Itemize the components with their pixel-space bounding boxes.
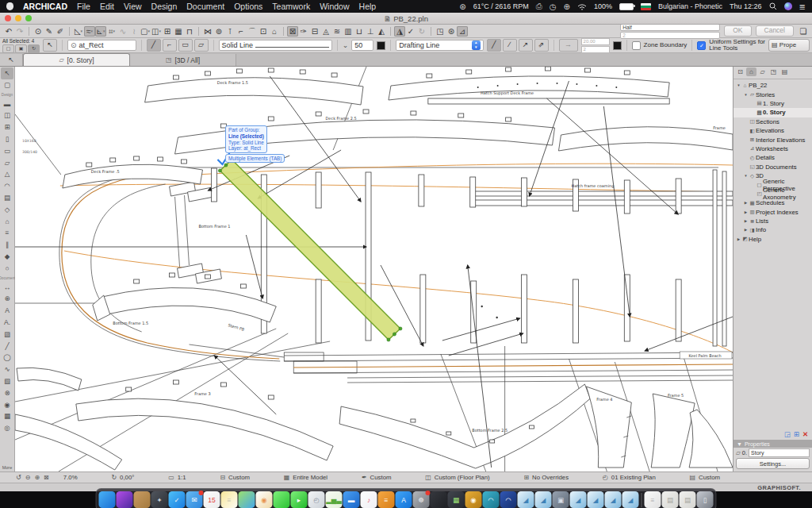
toolbar-icon-19[interactable]: ⋈ <box>202 26 213 37</box>
toolbar-icon-33[interactable]: ⊔ <box>354 26 365 37</box>
close-navigator-icon[interactable]: ✕ <box>802 430 808 438</box>
navigator-view-mode-0[interactable]: ⊡ <box>735 67 745 76</box>
cancel-button[interactable]: Cancel <box>756 25 794 37</box>
toolbar-icon-32[interactable]: ▥ <box>343 26 354 37</box>
toolbar-icon-10[interactable]: ⌗ <box>106 26 117 37</box>
toolbar-icon-17[interactable]: ⊓ <box>184 26 195 37</box>
toolbar-icon-11[interactable]: ∿ <box>117 26 128 37</box>
app-menu[interactable]: ARCHICAD <box>23 2 67 11</box>
menu-window[interactable]: Window <box>320 2 349 11</box>
drawing-canvas[interactable]: Deck Frame 1.5 Hatch Support Deck Frame … <box>15 67 733 471</box>
navigator-action-0[interactable]: ◲ <box>784 430 791 438</box>
toolbox-tool-25[interactable]: ◯ <box>1 352 13 364</box>
tab-3d-all[interactable]: ◳ [3D / All] <box>130 54 236 66</box>
menu-edit[interactable]: Edit <box>100 2 114 11</box>
toolbox-tool-1[interactable]: ▢ <box>1 79 13 91</box>
menu-view[interactable]: View <box>124 2 142 11</box>
toolbox-tool-23[interactable]: ▨ <box>1 329 13 341</box>
photos-icon[interactable]: ◉ <box>256 491 273 508</box>
dim-field-2[interactable]: 2 <box>581 46 610 53</box>
toolbar-icon-25[interactable]: ⌂ <box>269 26 280 37</box>
layer-eye-icon[interactable]: ⊙ <box>71 40 77 50</box>
selection-mode-1[interactable]: ▣ <box>15 44 27 53</box>
bimx-icon[interactable]: ◉ <box>465 491 482 508</box>
toolbar-icon-14[interactable]: ◫ <box>151 26 162 37</box>
location-icon[interactable]: ⊕ <box>564 2 570 11</box>
line-type-select[interactable]: Solid Line <box>219 40 332 51</box>
toolbox-tool-10[interactable]: ◠ <box>1 180 13 192</box>
ok-button[interactable]: OK <box>724 25 751 37</box>
layer-select[interactable]: ⊙ at_Rect <box>67 40 136 51</box>
tree-item-stories[interactable]: ▼▱Stories <box>733 90 812 98</box>
maps-icon[interactable] <box>239 491 255 508</box>
navigator-view-mode-3[interactable]: ◳ <box>768 67 779 76</box>
toolbar-icon-30[interactable]: ◬ <box>320 26 331 37</box>
toolbox-tool-0[interactable]: ↖ <box>1 67 13 79</box>
toolbar-icon-24[interactable]: ⊡ <box>258 26 269 37</box>
toolbox-tool-24[interactable]: ╱ <box>1 341 13 352</box>
dim-field-1[interactable]: 20,00 <box>581 38 610 45</box>
music-icon[interactable]: ♪ <box>361 491 377 508</box>
navigator-view-mode-1[interactable]: ⌂ <box>746 67 756 76</box>
geometry-method-2[interactable]: ▭ <box>178 39 193 52</box>
tab-0-story[interactable]: ▱ [0. Story] <box>23 53 130 66</box>
toolbox-tool-8[interactable]: ▱ <box>1 157 13 169</box>
toolbox-tool-17[interactable]: ○ <box>1 263 13 275</box>
toolbox-tool-21[interactable]: A <box>1 305 13 317</box>
tree-item-sections[interactable]: ◫Sections <box>733 117 812 126</box>
trace-reference-value[interactable]: 2 <box>620 32 720 39</box>
tree-item-lists[interactable]: ▶≣Lists <box>733 217 812 225</box>
toolbar-icon-21[interactable]: ⊺ <box>224 26 236 37</box>
toolbar-icon-28[interactable]: ✑ <box>298 26 309 37</box>
tree-expander-icon[interactable]: ▶ <box>736 237 741 241</box>
archicad-file-icon[interactable]: ◢ <box>588 491 604 508</box>
tree-item-details[interactable]: ◴Details <box>733 153 812 162</box>
geometry-method-0[interactable]: ╱ <box>147 39 161 52</box>
toolbox-more-label[interactable]: More <box>2 465 13 471</box>
line-variant-1[interactable]: ∕ <box>503 39 517 52</box>
menu-teamwork[interactable]: Teamwork <box>272 2 310 11</box>
notification-center-icon[interactable]: ≣ <box>799 2 806 11</box>
printer-icon[interactable]: ⎙ <box>536 2 542 11</box>
uniform-settings-checkbox[interactable]: ✓ <box>697 41 706 50</box>
toolbar-icon-34[interactable]: ⊥ <box>365 26 376 37</box>
selection-mode-0[interactable]: ▢ <box>2 44 14 53</box>
toolbar-icon-9[interactable]: ⊾ <box>95 26 106 37</box>
toolbar-icon-31[interactable]: ≋ <box>331 26 343 37</box>
toolbar-icon-7[interactable]: ◺ <box>73 26 84 37</box>
books-icon[interactable]: ≡ <box>378 491 395 508</box>
toolbox-tool-28[interactable]: ⊗ <box>1 387 13 399</box>
documents-folder-icon[interactable] <box>134 491 151 508</box>
line-category-select[interactable]: Drafting Line ▲▼ <box>396 40 483 51</box>
system-preferences-icon[interactable]: ☸ <box>413 491 430 508</box>
toolbar-icon-39[interactable]: ↻ <box>416 26 427 37</box>
toolbox-tool-15[interactable]: ∥ <box>1 239 13 251</box>
archicad-file-icon[interactable]: ◢ <box>570 491 587 508</box>
tree-item-project-indexes[interactable]: ▶▥Project Indexes <box>733 207 812 216</box>
siri-icon[interactable] <box>784 2 792 10</box>
tree-item-3d-documents[interactable]: ◱3D Documents <box>733 163 812 171</box>
properties-button[interactable]: ▤ Prope <box>768 39 810 52</box>
archicad-file-icon[interactable]: ◢ <box>535 491 552 508</box>
line-variant-0[interactable]: ╱ <box>487 39 501 52</box>
tree-item-generic-axonometry[interactable]: ◰Generic Axonometry <box>733 190 812 198</box>
toolbox-tool-13[interactable]: ⌂ <box>1 216 13 228</box>
status-segment-4[interactable]: ▦Entire Model <box>284 474 327 481</box>
tree-item-elevations[interactable]: ◧Elevations <box>733 126 812 135</box>
tree-item-interior-elevations[interactable]: ⊞Interior Elevations <box>733 135 812 144</box>
toolbar-icon-8[interactable]: ≈ <box>84 26 95 37</box>
status-nav-icon-2[interactable]: ⊕ <box>34 474 40 481</box>
toolbox-tool-20[interactable]: ⊕ <box>1 293 13 305</box>
tree-item-0-story[interactable]: ▤0. Story <box>733 108 812 117</box>
modeling-app-icon[interactable]: ◠ <box>483 491 500 508</box>
image-file-icon[interactable]: ▣ <box>553 491 569 508</box>
menu-options[interactable]: Options <box>234 2 262 11</box>
toolbox-tool-12[interactable]: ◇ <box>1 204 13 216</box>
tree-expander-icon[interactable]: ▼ <box>743 174 749 178</box>
spotlight-icon[interactable] <box>769 2 777 10</box>
status-segment-1[interactable]: ↻0,00° <box>111 474 134 481</box>
toolbar-icon-29[interactable]: ⊟ <box>309 26 320 37</box>
archicad-file-icon[interactable]: ◢ <box>605 491 622 508</box>
menu-document[interactable]: Document <box>186 2 224 11</box>
toolbox-tool-19[interactable]: ↔ <box>1 282 13 294</box>
